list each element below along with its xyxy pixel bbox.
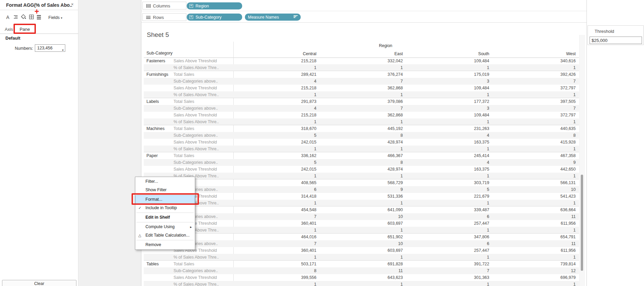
table-cell[interactable]: 1 bbox=[406, 227, 493, 234]
table-cell[interactable]: 643,623 bbox=[320, 274, 407, 281]
table-cell[interactable]: 6 bbox=[406, 213, 493, 220]
table-cell[interactable]: 4 bbox=[233, 105, 320, 112]
row-header-measure[interactable]: % of Sales Above Thre.. bbox=[174, 254, 219, 261]
table-row[interactable]: Sub-Categories above..69510 bbox=[144, 186, 579, 193]
row-header-measure[interactable]: Total Sales bbox=[174, 261, 194, 267]
row-header-measure[interactable]: Total Sales bbox=[174, 98, 194, 105]
table-row[interactable]: Total Sales464,016651,902347,806654,791 bbox=[144, 234, 579, 240]
table-cell[interactable]: 566,131 bbox=[493, 179, 579, 186]
table-cell[interactable]: 362,868 bbox=[320, 112, 407, 118]
table-row[interactable]: FurnishingsTotal Sales289,421376,274175,… bbox=[144, 71, 579, 78]
alignment-icon[interactable] bbox=[13, 14, 19, 20]
table-cell[interactable]: 1 bbox=[320, 254, 407, 261]
table-cell[interactable]: 696,979 bbox=[493, 274, 579, 281]
row-header-subcategory[interactable]: Furnishings bbox=[146, 71, 168, 78]
table-cell[interactable]: 372,797 bbox=[493, 85, 579, 91]
table-row[interactable]: MachinesTotal Sales318,670445,192231,263… bbox=[144, 125, 579, 132]
table-cell[interactable]: 301,363 bbox=[406, 274, 493, 281]
row-header-subcategory[interactable]: Paper bbox=[146, 152, 158, 159]
table-row[interactable]: Sub-Categories above..811712 bbox=[144, 267, 579, 274]
borders-icon[interactable] bbox=[29, 14, 35, 20]
font-format-icon[interactable]: A bbox=[5, 14, 11, 20]
table-cell[interactable]: 215,218 bbox=[233, 112, 320, 118]
close-icon[interactable]: × bbox=[71, 2, 74, 7]
table-cell[interactable]: 11 bbox=[493, 213, 579, 220]
table-cell[interactable]: 440,635 bbox=[493, 125, 579, 132]
tab-axis[interactable]: Axis bbox=[5, 27, 13, 32]
table-cell[interactable]: 1 bbox=[320, 173, 407, 179]
table-cell[interactable]: 5 bbox=[406, 186, 493, 193]
row-header-measure[interactable]: Sales Above Threshold bbox=[174, 274, 217, 281]
table-row[interactable]: % of Sales Above Thre..1111 bbox=[144, 200, 579, 206]
menu-item-include-in-tooltip[interactable]: ✓Include in Tooltip bbox=[135, 204, 195, 212]
table-cell[interactable]: 7 bbox=[320, 78, 407, 85]
table-cell[interactable]: 636,664 bbox=[493, 206, 579, 213]
table-cell[interactable]: 8 bbox=[320, 159, 407, 166]
table-cell[interactable]: 1 bbox=[406, 64, 493, 71]
menu-item-edit-in-shelf[interactable]: Edit in Shelf bbox=[135, 213, 195, 222]
row-header-measure[interactable]: % of Sales Above Thre.. bbox=[174, 64, 219, 71]
pill-measure-names[interactable]: Measure Names bbox=[245, 14, 301, 21]
table-cell[interactable]: 109,484 bbox=[406, 112, 493, 118]
table-row[interactable]: Sales Above Threshold314,418531,336221,6… bbox=[144, 193, 579, 200]
row-header-measure[interactable]: Sales Above Threshold bbox=[174, 139, 217, 146]
table-row[interactable]: % of Sales Above Thre..1111 bbox=[144, 146, 579, 152]
table-cell[interactable]: 318,670 bbox=[233, 125, 320, 132]
row-header-measure[interactable]: Total Sales bbox=[174, 71, 194, 78]
table-cell[interactable]: 215,218 bbox=[233, 85, 320, 91]
table-cell[interactable]: 303,719 bbox=[406, 179, 493, 186]
menu-item-edit-table-calculation[interactable]: △Edit Table Calculation... bbox=[135, 231, 195, 240]
row-header-subcategory[interactable]: Machines bbox=[146, 125, 165, 132]
numbers-format-select[interactable]: 123,456 ▾ bbox=[35, 44, 65, 52]
table-cell[interactable]: 7 bbox=[233, 213, 320, 220]
table-cell[interactable]: 8 bbox=[233, 267, 320, 274]
row-header-measure[interactable]: Sales Above Threshold bbox=[174, 58, 217, 64]
table-cell[interactable]: 541,423 bbox=[493, 193, 579, 200]
table-cell[interactable]: 466,367 bbox=[320, 152, 407, 159]
table-cell[interactable]: 1 bbox=[233, 173, 320, 179]
table-cell[interactable]: 376,274 bbox=[320, 71, 407, 78]
table-row[interactable]: Sub-Categories above..710611 bbox=[144, 240, 579, 247]
column-header[interactable]: East bbox=[320, 50, 407, 58]
table-cell[interactable]: 314,418 bbox=[233, 193, 320, 200]
table-cell[interactable]: 399,556 bbox=[233, 274, 320, 281]
table-cell[interactable]: 339,487 bbox=[406, 206, 493, 213]
table-row[interactable]: FastenersSales Above Threshold215,218332… bbox=[144, 58, 579, 64]
table-cell[interactable]: 5 bbox=[233, 159, 320, 166]
table-cell[interactable]: 163,375 bbox=[406, 166, 493, 173]
row-header-measure[interactable]: Sub-Categories above.. bbox=[174, 267, 218, 274]
table-cell[interactable]: 611,956 bbox=[493, 220, 579, 227]
table-cell[interactable]: 1 bbox=[493, 173, 579, 179]
column-header[interactable]: South bbox=[406, 50, 493, 58]
menu-item-remove[interactable]: Remove bbox=[135, 241, 195, 249]
table-cell[interactable]: 1 bbox=[493, 200, 579, 206]
table-row[interactable]: % of Sales Above Thre..1111 bbox=[144, 91, 579, 98]
table-cell[interactable]: 4 bbox=[406, 132, 493, 139]
table-cell[interactable]: 445,192 bbox=[320, 125, 407, 132]
table-cell[interactable]: 109,484 bbox=[406, 85, 493, 91]
row-header-measure[interactable]: % of Sales Above Thre.. bbox=[174, 281, 219, 286]
table-cell[interactable]: 9 bbox=[320, 186, 407, 193]
table-cell[interactable]: 1 bbox=[493, 118, 579, 125]
vertical-scrollbar-thumb[interactable] bbox=[581, 175, 583, 271]
row-header-subcategory[interactable]: Tables bbox=[146, 261, 159, 267]
table-cell[interactable]: 408,565 bbox=[233, 179, 320, 186]
menu-item-compute-using[interactable]: Compute Using▸ bbox=[135, 223, 195, 231]
table-cell[interactable]: 397,505 bbox=[493, 98, 579, 105]
table-cell[interactable]: 245,414 bbox=[406, 152, 493, 159]
threshold-input[interactable] bbox=[590, 37, 642, 44]
table-cell[interactable]: 464,016 bbox=[233, 234, 320, 240]
table-cell[interactable]: 10 bbox=[320, 240, 407, 247]
table-cell[interactable]: 3 bbox=[406, 78, 493, 85]
table-cell[interactable]: 7 bbox=[493, 105, 579, 112]
row-header-measure[interactable]: Sub-Categories above.. bbox=[174, 159, 218, 166]
table-cell[interactable]: 6 bbox=[406, 240, 493, 247]
table-row[interactable]: Sub-Categories above..710611 bbox=[144, 213, 579, 220]
table-cell[interactable]: 428,974 bbox=[320, 139, 407, 146]
table-cell[interactable]: 7 bbox=[493, 78, 579, 85]
column-header[interactable]: Central bbox=[233, 50, 320, 58]
row-header-measure[interactable]: Sub-Categories above.. bbox=[174, 105, 218, 112]
row-header-measure[interactable]: % of Sales Above Thre.. bbox=[174, 146, 219, 152]
row-header-measure[interactable]: % of Sales Above Thre.. bbox=[174, 118, 219, 125]
row-header-measure[interactable]: Sales Above Threshold bbox=[174, 85, 217, 91]
